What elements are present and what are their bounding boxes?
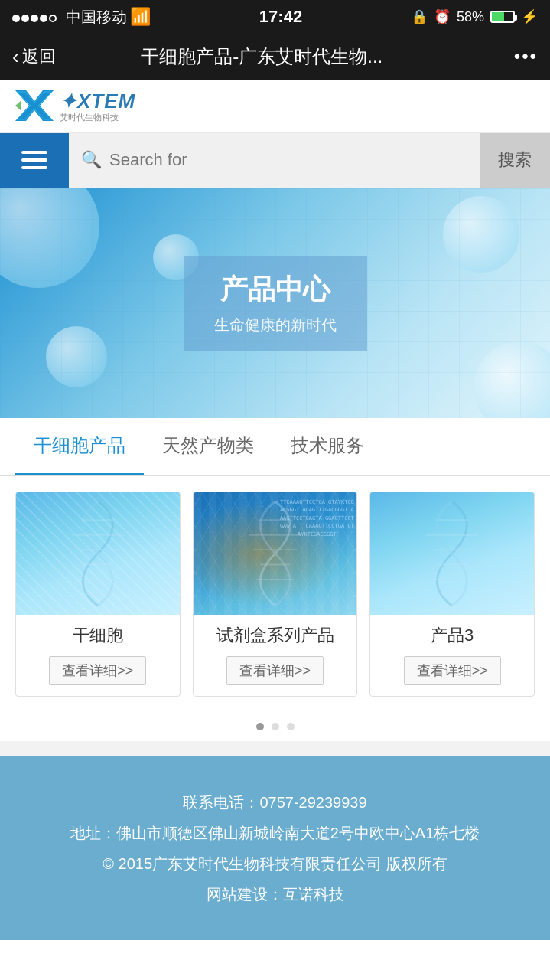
- product-grid-wrap: 干细胞 查看详细>> TTCAAAGTTCCTGA GTAYKTCGACGGG: [0, 476, 550, 712]
- logo-text: ✦XTEM 艾时代生物科技: [60, 90, 135, 122]
- carrier-label: 中国移动: [66, 7, 127, 28]
- battery-percent: 58%: [457, 9, 484, 25]
- product-image-3: [370, 492, 534, 615]
- footer-copyright: © 2015广东艾时代生物科技有限责任公司 版权所有: [15, 848, 535, 879]
- search-input-wrap: 🔍: [69, 133, 480, 188]
- lock-icon: 🔒: [411, 8, 428, 25]
- product-image-2: TTCAAAGTTCCTGA GTAYKTCGACGGGT AGAGTTTGAC…: [194, 492, 357, 615]
- dna-svg-1: [16, 492, 180, 615]
- logo-bar: ✦XTEM 艾时代生物科技: [0, 80, 550, 133]
- footer-web-builder: 网站建设：互诺科技: [15, 879, 535, 910]
- logo-icon: [15, 90, 54, 121]
- signal-dots: [12, 7, 58, 27]
- section-divider: [0, 741, 550, 756]
- logo-brand: ✦XTEM: [60, 90, 135, 113]
- tab-tech-services[interactable]: 技术服务: [272, 418, 382, 475]
- product-name-3: 产品3: [370, 615, 534, 652]
- pagination-dots: [0, 712, 550, 741]
- status-right: 🔒 ⏰ 58% ⚡: [411, 8, 538, 25]
- dot-3[interactable]: [287, 723, 295, 730]
- dot-1[interactable]: [256, 723, 264, 730]
- alarm-icon: ⏰: [434, 8, 451, 25]
- logo: ✦XTEM 艾时代生物科技: [15, 90, 135, 122]
- charging-icon: ⚡: [521, 8, 538, 25]
- search-input[interactable]: [109, 150, 467, 170]
- menu-line-1: [21, 151, 47, 154]
- footer-address: 地址：佛山市顺德区佛山新城岭南大道2号中欧中心A1栋七楼: [15, 818, 535, 848]
- product-card-1: 干细胞 查看详细>>: [15, 492, 181, 697]
- hero-subtitle: 生命健康的新时代: [214, 315, 337, 335]
- status-bar: 中国移动 📶 17:42 🔒 ⏰ 58% ⚡: [0, 0, 550, 34]
- category-tabs: 干细胞产品 天然产物类 技术服务: [0, 418, 550, 476]
- product-name-1: 干细胞: [16, 615, 180, 652]
- menu-line-3: [21, 166, 47, 169]
- sequence-text: TTCAAAGTTCCTGA GTAYKTCGACGGGT AGAGTTTGAC…: [278, 498, 355, 609]
- product-name-2: 试剂盒系列产品: [194, 615, 357, 652]
- status-left: 中国移动 📶: [12, 7, 151, 28]
- product-detail-btn-2[interactable]: 查看详细>>: [226, 656, 324, 685]
- tab-stem-cell[interactable]: 干细胞产品: [15, 418, 144, 475]
- menu-button[interactable]: [0, 133, 69, 188]
- dot-2[interactable]: [272, 723, 279, 730]
- logo-subtext: 艾时代生物科技: [60, 113, 135, 122]
- wifi-icon: 📶: [130, 7, 151, 27]
- product-image-1: [16, 492, 180, 615]
- tab-natural-products[interactable]: 天然产物类: [144, 418, 272, 475]
- search-button[interactable]: 搜索: [480, 133, 550, 188]
- nav-title: 干细胞产品-广东艾时代生物...: [10, 44, 514, 69]
- menu-line-2: [21, 158, 47, 162]
- product-detail-btn-3[interactable]: 查看详细>>: [404, 656, 501, 685]
- more-button[interactable]: •••: [514, 46, 538, 67]
- footer: 联系电话：0757-29239939 地址：佛山市顺德区佛山新城岭南大道2号中欧…: [0, 756, 550, 940]
- battery-icon: [490, 11, 515, 23]
- dna-svg-3: [370, 492, 534, 615]
- product-card-2: TTCAAAGTTCCTGA GTAYKTCGACGGGT AGAGTTTGAC…: [193, 492, 358, 697]
- product-grid: 干细胞 查看详细>> TTCAAAGTTCCTGA GTAYKTCGACGGG: [15, 492, 535, 697]
- nav-bar: ‹ 返回 干细胞产品-广东艾时代生物... •••: [0, 34, 550, 80]
- search-bar: 🔍 搜索: [0, 133, 550, 188]
- search-icon: 🔍: [81, 150, 102, 170]
- hero-title: 产品中心: [214, 271, 337, 309]
- hero-text-box: 产品中心 生命健康的新时代: [184, 256, 367, 351]
- hero-banner: 产品中心 生命健康的新时代: [0, 188, 550, 418]
- status-time: 17:42: [259, 7, 302, 27]
- product-card-3: 产品3 查看详细>>: [369, 492, 535, 697]
- footer-phone: 联系电话：0757-29239939: [15, 787, 535, 818]
- product-detail-btn-1[interactable]: 查看详细>>: [49, 656, 146, 685]
